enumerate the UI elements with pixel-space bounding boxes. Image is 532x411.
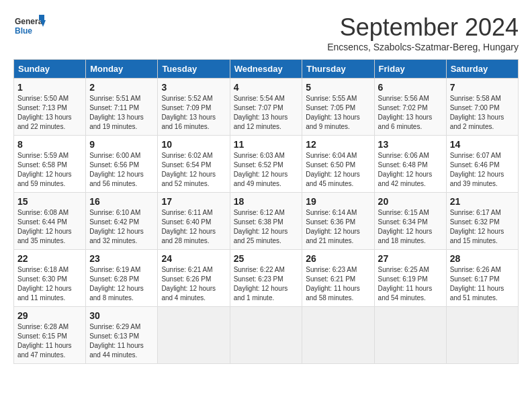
day-cell: 17Sunrise: 6:11 AM Sunset: 6:40 PM Dayli… <box>158 193 230 250</box>
day-info: Sunrise: 6:29 AM Sunset: 6:13 PM Dayligh… <box>89 322 154 360</box>
day-number: 5 <box>306 82 370 93</box>
day-number: 16 <box>89 196 154 207</box>
day-info: Sunrise: 5:51 AM Sunset: 7:11 PM Dayligh… <box>89 94 154 132</box>
day-cell: 14Sunrise: 6:07 AM Sunset: 6:46 PM Dayli… <box>446 136 518 193</box>
day-cell: 22Sunrise: 6:18 AM Sunset: 6:30 PM Dayli… <box>14 250 86 307</box>
day-number: 29 <box>17 310 82 321</box>
day-cell: 18Sunrise: 6:12 AM Sunset: 6:38 PM Dayli… <box>230 193 302 250</box>
col-header-monday: Monday <box>86 60 158 79</box>
day-cell: 27Sunrise: 6:25 AM Sunset: 6:19 PM Dayli… <box>374 250 446 307</box>
day-number: 15 <box>17 196 82 207</box>
day-info: Sunrise: 6:07 AM Sunset: 6:46 PM Dayligh… <box>450 151 515 189</box>
header-row: SundayMondayTuesdayWednesdayThursdayFrid… <box>14 60 519 79</box>
day-number: 12 <box>306 139 370 150</box>
day-number: 2 <box>89 82 154 93</box>
day-info: Sunrise: 6:04 AM Sunset: 6:50 PM Dayligh… <box>306 151 370 189</box>
day-cell: 12Sunrise: 6:04 AM Sunset: 6:50 PM Dayli… <box>302 136 374 193</box>
day-number: 26 <box>306 253 370 264</box>
day-info: Sunrise: 5:59 AM Sunset: 6:58 PM Dayligh… <box>17 151 82 189</box>
day-number: 3 <box>161 82 226 93</box>
day-cell: 6Sunrise: 5:56 AM Sunset: 7:02 PM Daylig… <box>374 79 446 136</box>
day-info: Sunrise: 6:00 AM Sunset: 6:56 PM Dayligh… <box>89 151 154 189</box>
day-info: Sunrise: 5:52 AM Sunset: 7:09 PM Dayligh… <box>161 94 226 132</box>
svg-marker-2 <box>39 15 44 20</box>
day-cell: 23Sunrise: 6:19 AM Sunset: 6:28 PM Dayli… <box>86 250 158 307</box>
day-cell: 13Sunrise: 6:06 AM Sunset: 6:48 PM Dayli… <box>374 136 446 193</box>
day-info: Sunrise: 5:50 AM Sunset: 7:13 PM Dayligh… <box>17 94 82 132</box>
day-cell: 15Sunrise: 6:08 AM Sunset: 6:44 PM Dayli… <box>14 193 86 250</box>
day-number: 27 <box>378 253 443 264</box>
day-info: Sunrise: 5:55 AM Sunset: 7:05 PM Dayligh… <box>306 94 370 132</box>
day-number: 6 <box>378 82 443 93</box>
day-cell: 30Sunrise: 6:29 AM Sunset: 6:13 PM Dayli… <box>86 307 158 364</box>
day-info: Sunrise: 6:18 AM Sunset: 6:30 PM Dayligh… <box>17 265 82 303</box>
day-info: Sunrise: 6:08 AM Sunset: 6:44 PM Dayligh… <box>17 208 82 246</box>
location-subtitle: Encsencs, Szabolcs-Szatmar-Bereg, Hungar… <box>327 42 519 52</box>
day-info: Sunrise: 6:25 AM Sunset: 6:19 PM Dayligh… <box>378 265 443 303</box>
day-cell: 5Sunrise: 5:55 AM Sunset: 7:05 PM Daylig… <box>302 79 374 136</box>
day-cell: 9Sunrise: 6:00 AM Sunset: 6:56 PM Daylig… <box>86 136 158 193</box>
day-cell: 4Sunrise: 5:54 AM Sunset: 7:07 PM Daylig… <box>230 79 302 136</box>
day-cell: 26Sunrise: 6:23 AM Sunset: 6:21 PM Dayli… <box>302 250 374 307</box>
week-row-0: 1Sunrise: 5:50 AM Sunset: 7:13 PM Daylig… <box>14 79 519 136</box>
title-area: September 2024 Encsencs, Szabolcs-Szatma… <box>327 13 519 52</box>
day-number: 22 <box>17 253 82 264</box>
day-number: 21 <box>450 196 515 207</box>
day-info: Sunrise: 6:17 AM Sunset: 6:32 PM Dayligh… <box>450 208 515 246</box>
day-cell: 28Sunrise: 6:26 AM Sunset: 6:17 PM Dayli… <box>446 250 518 307</box>
day-number: 23 <box>89 253 154 264</box>
day-info: Sunrise: 5:58 AM Sunset: 7:00 PM Dayligh… <box>450 94 515 132</box>
day-info: Sunrise: 5:56 AM Sunset: 7:02 PM Dayligh… <box>378 94 443 132</box>
day-cell <box>302 307 374 364</box>
day-number: 17 <box>161 196 226 207</box>
day-number: 1 <box>17 82 82 93</box>
day-number: 19 <box>306 196 370 207</box>
day-cell <box>230 307 302 364</box>
logo-svg: General Blue <box>13 13 47 43</box>
week-row-3: 22Sunrise: 6:18 AM Sunset: 6:30 PM Dayli… <box>14 250 519 307</box>
day-cell: 10Sunrise: 6:02 AM Sunset: 6:54 PM Dayli… <box>158 136 230 193</box>
day-info: Sunrise: 6:03 AM Sunset: 6:52 PM Dayligh… <box>234 151 299 189</box>
month-title: September 2024 <box>327 13 519 42</box>
day-info: Sunrise: 6:26 AM Sunset: 6:17 PM Dayligh… <box>450 265 515 303</box>
day-cell: 11Sunrise: 6:03 AM Sunset: 6:52 PM Dayli… <box>230 136 302 193</box>
day-cell: 24Sunrise: 6:21 AM Sunset: 6:26 PM Dayli… <box>158 250 230 307</box>
day-number: 14 <box>450 139 515 150</box>
logo: General Blue <box>13 13 47 43</box>
day-cell: 3Sunrise: 5:52 AM Sunset: 7:09 PM Daylig… <box>158 79 230 136</box>
day-cell <box>446 307 518 364</box>
day-number: 13 <box>378 139 443 150</box>
day-info: Sunrise: 6:21 AM Sunset: 6:26 PM Dayligh… <box>161 265 226 303</box>
day-number: 7 <box>450 82 515 93</box>
day-number: 9 <box>89 139 154 150</box>
day-info: Sunrise: 5:54 AM Sunset: 7:07 PM Dayligh… <box>234 94 299 132</box>
day-cell: 29Sunrise: 6:28 AM Sunset: 6:15 PM Dayli… <box>14 307 86 364</box>
day-info: Sunrise: 6:22 AM Sunset: 6:23 PM Dayligh… <box>234 265 299 303</box>
day-number: 4 <box>234 82 299 93</box>
day-number: 18 <box>234 196 299 207</box>
day-info: Sunrise: 6:19 AM Sunset: 6:28 PM Dayligh… <box>89 265 154 303</box>
day-number: 30 <box>89 310 154 321</box>
day-cell: 20Sunrise: 6:15 AM Sunset: 6:34 PM Dayli… <box>374 193 446 250</box>
day-cell: 7Sunrise: 5:58 AM Sunset: 7:00 PM Daylig… <box>446 79 518 136</box>
day-number: 20 <box>378 196 443 207</box>
col-header-thursday: Thursday <box>302 60 374 79</box>
day-number: 24 <box>161 253 226 264</box>
day-info: Sunrise: 6:06 AM Sunset: 6:48 PM Dayligh… <box>378 151 443 189</box>
col-header-friday: Friday <box>374 60 446 79</box>
day-info: Sunrise: 6:11 AM Sunset: 6:40 PM Dayligh… <box>161 208 226 246</box>
day-number: 25 <box>234 253 299 264</box>
col-header-sunday: Sunday <box>14 60 86 79</box>
week-row-1: 8Sunrise: 5:59 AM Sunset: 6:58 PM Daylig… <box>14 136 519 193</box>
day-cell: 16Sunrise: 6:10 AM Sunset: 6:42 PM Dayli… <box>86 193 158 250</box>
day-cell <box>374 307 446 364</box>
day-info: Sunrise: 6:10 AM Sunset: 6:42 PM Dayligh… <box>89 208 154 246</box>
day-cell: 1Sunrise: 5:50 AM Sunset: 7:13 PM Daylig… <box>14 79 86 136</box>
week-row-2: 15Sunrise: 6:08 AM Sunset: 6:44 PM Dayli… <box>14 193 519 250</box>
day-cell: 19Sunrise: 6:14 AM Sunset: 6:36 PM Dayli… <box>302 193 374 250</box>
day-info: Sunrise: 6:12 AM Sunset: 6:38 PM Dayligh… <box>234 208 299 246</box>
col-header-saturday: Saturday <box>446 60 518 79</box>
week-row-4: 29Sunrise: 6:28 AM Sunset: 6:15 PM Dayli… <box>14 307 519 364</box>
day-info: Sunrise: 6:14 AM Sunset: 6:36 PM Dayligh… <box>306 208 370 246</box>
day-number: 8 <box>17 139 82 150</box>
